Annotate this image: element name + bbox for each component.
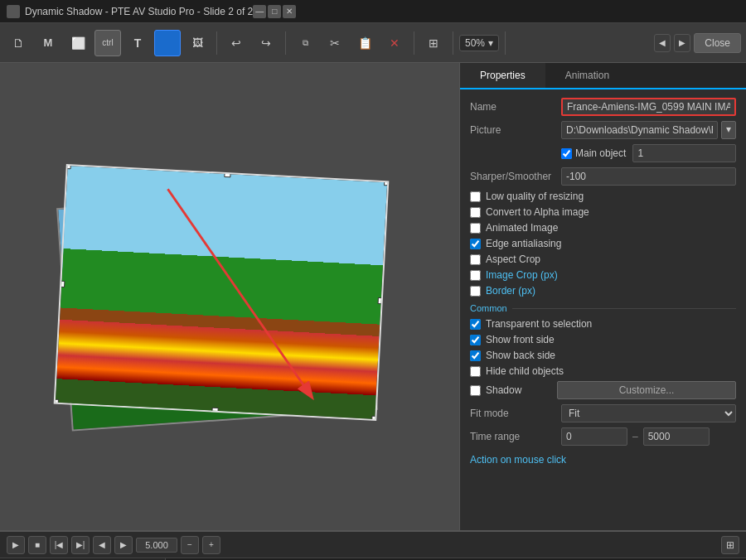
next-slide-button[interactable]: ▶ xyxy=(674,34,690,52)
convert-alpha-label: Convert to Alpha image xyxy=(486,206,589,218)
delete-button[interactable]: ✕ xyxy=(381,30,408,56)
aspect-crop-row: Aspect Crop xyxy=(470,253,736,265)
image-crop-label: Image Crop (px) xyxy=(486,269,558,281)
undo-button[interactable]: ↩ xyxy=(223,30,249,56)
rewind-button[interactable]: |◀ xyxy=(50,536,68,554)
close-window-button[interactable]: ✕ xyxy=(283,5,296,18)
app-icon xyxy=(7,5,20,18)
sharper-label: Sharper/Smoother xyxy=(470,171,561,182)
new-button[interactable]: 🗋 xyxy=(5,30,31,56)
front-side-checkbox[interactable] xyxy=(470,335,481,345)
timeline-settings-button[interactable]: ⊞ xyxy=(721,536,739,554)
animated-row: Animated Image xyxy=(470,222,736,234)
view-button[interactable]: ⬜ xyxy=(65,30,91,56)
move-fwd-button[interactable]: ▶ xyxy=(114,536,133,554)
time-start-input[interactable] xyxy=(561,427,627,446)
zoom-out-tl[interactable]: − xyxy=(181,536,199,554)
tab-properties[interactable]: Properties xyxy=(460,63,545,89)
edge-label: Edge antialiasing xyxy=(486,238,561,249)
zoom-dropdown-icon[interactable]: ▾ xyxy=(488,37,493,49)
maximize-button[interactable]: □ xyxy=(268,5,281,18)
time-end-input[interactable] xyxy=(643,427,710,446)
image-button[interactable]: 🖼 xyxy=(184,30,211,56)
convert-alpha-checkbox[interactable] xyxy=(470,207,481,218)
time-range-label: Time range xyxy=(470,431,561,442)
open-button[interactable]: M xyxy=(35,30,61,56)
close-button[interactable]: Close xyxy=(694,33,741,53)
aspect-crop-label: Aspect Crop xyxy=(486,253,540,265)
action-row: Action on mouse click xyxy=(470,451,736,469)
handle-ml[interactable] xyxy=(58,281,65,287)
aspect-crop-checkbox[interactable] xyxy=(470,254,481,265)
cut-button[interactable]: ✂ xyxy=(322,30,348,56)
back-side-label: Show back side xyxy=(486,350,555,361)
common-label: Common xyxy=(470,303,507,313)
shadow-row: Shadow Customize... xyxy=(470,381,736,399)
low-quality-row: Low quality of resizing xyxy=(470,191,736,202)
separator-2 xyxy=(285,31,286,55)
separator-1 xyxy=(216,31,217,55)
play-button[interactable]: ▶ xyxy=(7,536,25,554)
front-side-label: Show front side xyxy=(486,334,555,345)
timeline-controls: ▶ ■ |◀ ▶| ◀ ▶ − + ⊞ xyxy=(0,532,746,558)
canvas-area[interactable] xyxy=(0,63,460,530)
handle-bl[interactable] xyxy=(54,398,59,405)
common-section: Common xyxy=(470,303,736,313)
move-back-button[interactable]: ◀ xyxy=(93,536,111,554)
name-label: Name xyxy=(470,101,561,113)
prev-slide-button[interactable]: ◀ xyxy=(654,34,671,52)
separator-3 xyxy=(414,31,414,55)
main-object-checkbox[interactable] xyxy=(561,148,572,159)
stop-button[interactable]: ■ xyxy=(28,536,46,554)
zoom-control[interactable]: 50% ▾ xyxy=(459,35,499,51)
time-range-inputs: – xyxy=(561,427,736,446)
ctrl-btn[interactable]: ctrl xyxy=(94,30,121,56)
image-crop-checkbox[interactable] xyxy=(470,270,481,281)
edge-row: Edge antialiasing xyxy=(470,238,736,249)
color-button[interactable] xyxy=(154,30,181,56)
app-title: Dynamic Shadow - PTE AV Studio Pro - Sli… xyxy=(25,6,253,17)
separator-4 xyxy=(453,31,453,55)
time-display[interactable] xyxy=(136,538,177,553)
main-object-number[interactable] xyxy=(632,144,736,162)
ff-button[interactable]: ▶| xyxy=(71,536,90,554)
transparent-checkbox[interactable] xyxy=(470,319,481,330)
border-label: Border (px) xyxy=(486,285,535,297)
fit-mode-label: Fit mode xyxy=(470,408,561,419)
name-input[interactable] xyxy=(561,98,736,116)
front-side-row: Show front side xyxy=(470,334,736,345)
handle-tr[interactable] xyxy=(384,179,389,186)
handle-br[interactable] xyxy=(371,416,378,421)
handle-tl[interactable] xyxy=(65,164,71,169)
tab-animation[interactable]: Animation xyxy=(545,63,629,89)
action-link[interactable]: Action on mouse click xyxy=(470,451,566,469)
minimize-button[interactable]: — xyxy=(253,5,266,18)
edge-checkbox[interactable] xyxy=(470,239,481,249)
shadow-checkbox[interactable] xyxy=(470,385,481,396)
back-side-checkbox[interactable] xyxy=(470,350,481,361)
paste-button[interactable]: 📋 xyxy=(351,30,378,56)
handle-mr[interactable] xyxy=(378,297,385,304)
fit-mode-row: Fit mode Fit xyxy=(470,404,736,422)
sharper-input[interactable] xyxy=(561,167,736,186)
transparent-label: Transparent to selection xyxy=(486,318,592,330)
redo-button[interactable]: ↪ xyxy=(253,30,279,56)
handle-tc[interactable] xyxy=(224,171,230,177)
titlebar: Dynamic Shadow - PTE AV Studio Pro - Sli… xyxy=(0,0,746,23)
text-button[interactable]: T xyxy=(124,30,151,56)
fit-mode-select[interactable]: Fit xyxy=(561,404,736,422)
name-row: Name xyxy=(470,98,736,116)
main-object-label: Main object xyxy=(575,147,626,159)
sharper-row: Sharper/Smoother xyxy=(470,167,736,186)
low-quality-label: Low quality of resizing xyxy=(486,191,584,202)
hide-child-checkbox[interactable] xyxy=(470,366,481,377)
animated-checkbox[interactable] xyxy=(470,223,481,234)
low-quality-checkbox[interactable] xyxy=(470,191,481,202)
picture-dropdown-icon[interactable]: ▾ xyxy=(721,121,736,139)
picture-input[interactable] xyxy=(561,121,718,139)
picture-row: Picture ▾ xyxy=(470,121,736,139)
grid-button[interactable]: ⊞ xyxy=(420,30,447,56)
copy-button[interactable]: ⧉ xyxy=(292,30,318,56)
zoom-in-tl[interactable]: + xyxy=(202,536,220,554)
border-checkbox[interactable] xyxy=(470,286,481,297)
